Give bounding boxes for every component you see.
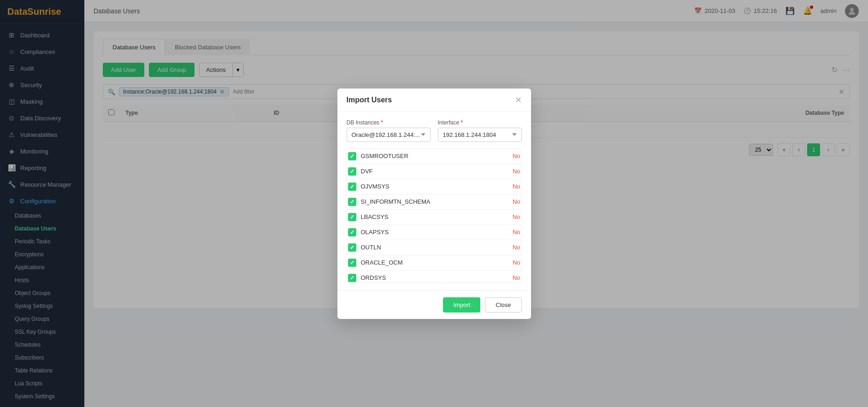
close-modal-button[interactable]: Close	[485, 297, 521, 313]
user-name: ORDSYS	[361, 274, 508, 281]
modal-title: Import Users	[347, 96, 392, 104]
user-checkbox[interactable]	[348, 243, 356, 252]
list-item: SI_INFORMTN_SCHEMA No	[347, 195, 521, 210]
user-status: No	[513, 229, 520, 236]
list-item: DVF No	[347, 164, 521, 179]
list-item: GSMROOTUSER No	[347, 149, 521, 164]
user-name: SI_INFORMTN_SCHEMA	[361, 198, 508, 205]
list-item: ORACLE_OCM No	[347, 255, 521, 271]
db-instances-group: DB Instances * Oracle@192.168.1.244:...	[347, 119, 431, 142]
user-checkbox[interactable]	[348, 259, 356, 267]
user-status: No	[513, 213, 520, 220]
user-status: No	[513, 244, 520, 251]
import-button[interactable]: Import	[443, 297, 480, 313]
modal-header: Import Users ✕	[337, 88, 531, 112]
user-checkbox[interactable]	[348, 167, 356, 176]
user-list: GSMROOTUSER No DVF No OJVMSYS No SI_INFO…	[347, 149, 521, 283]
user-name: DVF	[361, 168, 508, 175]
list-item: OJVMSYS No	[347, 179, 521, 195]
interface-select[interactable]: 192.168.1.244:1804	[438, 128, 522, 142]
import-users-modal: Import Users ✕ DB Instances * Oracle@192…	[337, 88, 531, 319]
user-checkbox[interactable]	[348, 198, 356, 206]
interface-label: Interface *	[438, 119, 522, 126]
modal-overlay: Import Users ✕ DB Instances * Oracle@192…	[0, 0, 868, 407]
user-name: OLAPSYS	[361, 229, 508, 236]
modal-close-button[interactable]: ✕	[515, 96, 522, 104]
form-row-selects: DB Instances * Oracle@192.168.1.244:... …	[347, 119, 522, 142]
required-marker: *	[381, 119, 383, 126]
user-status: No	[513, 183, 520, 190]
user-status: No	[513, 274, 520, 281]
user-status: No	[513, 153, 520, 159]
db-instances-label: DB Instances *	[347, 119, 431, 126]
db-instances-select[interactable]: Oracle@192.168.1.244:...	[347, 128, 431, 142]
user-checkbox[interactable]	[348, 152, 356, 160]
user-checkbox[interactable]	[348, 274, 356, 282]
user-checkbox[interactable]	[348, 228, 356, 236]
user-status: No	[513, 198, 520, 205]
user-name: OJVMSYS	[361, 183, 508, 190]
user-list-wrapper: GSMROOTUSER No DVF No OJVMSYS No SI_INFO…	[347, 148, 522, 283]
modal-footer: Import Close	[337, 290, 531, 319]
interface-group: Interface * 192.168.1.244:1804	[438, 119, 522, 142]
user-status: No	[513, 259, 520, 266]
user-checkbox[interactable]	[348, 183, 356, 191]
user-name: OUTLN	[361, 244, 508, 251]
required-marker: *	[461, 119, 463, 126]
user-checkbox[interactable]	[348, 213, 356, 221]
user-status: No	[513, 168, 520, 175]
list-item: ORDSYS No	[347, 271, 521, 283]
user-name: GSMROOTUSER	[361, 153, 508, 159]
modal-body: DB Instances * Oracle@192.168.1.244:... …	[337, 112, 531, 290]
list-item: OUTLN No	[347, 240, 521, 255]
list-item: LBACSYS No	[347, 210, 521, 225]
user-name: LBACSYS	[361, 213, 508, 220]
list-item: OLAPSYS No	[347, 225, 521, 240]
user-name: ORACLE_OCM	[361, 259, 508, 266]
